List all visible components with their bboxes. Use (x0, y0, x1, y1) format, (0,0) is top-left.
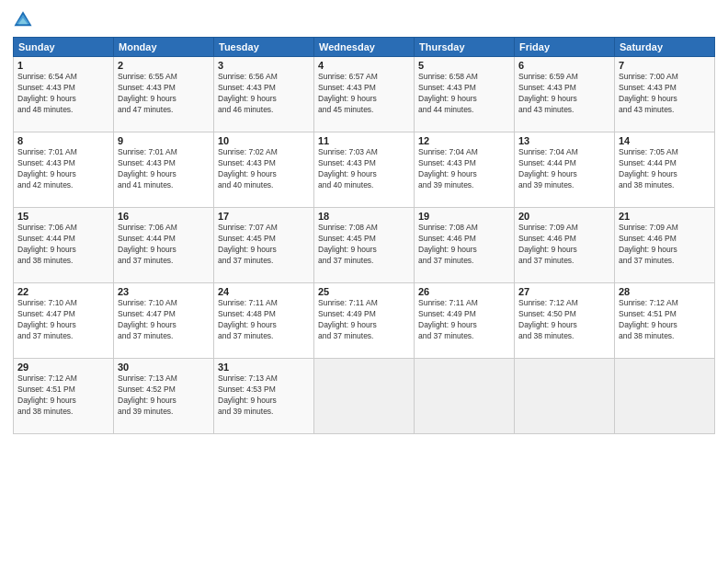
day-header-monday: Monday (114, 38, 214, 57)
day-header-wednesday: Wednesday (314, 38, 415, 57)
calendar-cell: 19 Sunrise: 7:08 AM Sunset: 4:46 PM Dayl… (415, 208, 515, 283)
calendar-container: SundayMondayTuesdayWednesdayThursdayFrid… (0, 0, 728, 563)
day-info: Sunrise: 7:05 AM Sunset: 4:44 PM Dayligh… (619, 147, 711, 191)
week-row-1: 1 Sunrise: 6:54 AM Sunset: 4:43 PM Dayli… (14, 57, 715, 132)
calendar-cell: 5 Sunrise: 6:58 AM Sunset: 4:43 PM Dayli… (415, 57, 515, 132)
calendar-cell: 28 Sunrise: 7:12 AM Sunset: 4:51 PM Dayl… (615, 283, 715, 359)
day-header-sunday: Sunday (14, 38, 114, 57)
day-info: Sunrise: 7:11 AM Sunset: 4:49 PM Dayligh… (318, 298, 410, 342)
day-info: Sunrise: 7:12 AM Sunset: 4:51 PM Dayligh… (17, 373, 109, 418)
calendar-cell: 18 Sunrise: 7:08 AM Sunset: 4:45 PM Dayl… (314, 208, 415, 283)
day-number: 25 (318, 286, 410, 297)
day-info: Sunrise: 7:06 AM Sunset: 4:44 PM Dayligh… (118, 223, 210, 267)
day-number: 14 (619, 135, 711, 146)
day-number: 21 (619, 211, 711, 222)
day-info: Sunrise: 7:01 AM Sunset: 4:43 PM Dayligh… (118, 147, 210, 191)
day-info: Sunrise: 7:10 AM Sunset: 4:47 PM Dayligh… (118, 298, 210, 342)
day-info: Sunrise: 7:08 AM Sunset: 4:46 PM Dayligh… (418, 223, 510, 267)
calendar-cell: 12 Sunrise: 7:04 AM Sunset: 4:43 PM Dayl… (415, 132, 515, 208)
day-info: Sunrise: 7:02 AM Sunset: 4:43 PM Dayligh… (218, 147, 310, 191)
calendar-cell: 21 Sunrise: 7:09 AM Sunset: 4:46 PM Dayl… (615, 208, 715, 283)
calendar-cell: 1 Sunrise: 6:54 AM Sunset: 4:43 PM Dayli… (14, 57, 114, 132)
calendar-cell: 11 Sunrise: 7:03 AM Sunset: 4:43 PM Dayl… (314, 132, 415, 208)
day-number: 6 (518, 60, 610, 71)
day-number: 10 (218, 135, 310, 146)
day-info: Sunrise: 6:58 AM Sunset: 4:43 PM Dayligh… (418, 72, 510, 116)
calendar-cell (515, 359, 615, 434)
day-info: Sunrise: 7:03 AM Sunset: 4:43 PM Dayligh… (318, 147, 410, 191)
day-info: Sunrise: 6:59 AM Sunset: 4:43 PM Dayligh… (518, 72, 610, 116)
day-number: 23 (118, 286, 210, 297)
week-row-4: 22 Sunrise: 7:10 AM Sunset: 4:47 PM Dayl… (14, 283, 715, 359)
day-info: Sunrise: 7:10 AM Sunset: 4:47 PM Dayligh… (17, 298, 109, 342)
calendar-cell: 4 Sunrise: 6:57 AM Sunset: 4:43 PM Dayli… (314, 57, 415, 132)
day-number: 4 (318, 60, 410, 71)
day-number: 15 (17, 211, 109, 222)
day-header-tuesday: Tuesday (214, 38, 314, 57)
day-info: Sunrise: 7:09 AM Sunset: 4:46 PM Dayligh… (619, 223, 711, 267)
day-info: Sunrise: 7:11 AM Sunset: 4:49 PM Dayligh… (418, 298, 510, 342)
day-number: 24 (218, 286, 310, 297)
day-number: 2 (118, 60, 210, 71)
calendar-cell (415, 359, 515, 434)
day-number: 29 (17, 362, 109, 373)
day-number: 5 (418, 60, 510, 71)
header (13, 9, 715, 29)
day-number: 19 (418, 211, 510, 222)
day-number: 31 (218, 362, 310, 373)
calendar-cell: 10 Sunrise: 7:02 AM Sunset: 4:43 PM Dayl… (214, 132, 314, 208)
day-info: Sunrise: 6:54 AM Sunset: 4:43 PM Dayligh… (17, 72, 109, 116)
day-info: Sunrise: 7:12 AM Sunset: 4:50 PM Dayligh… (518, 298, 610, 342)
day-header-thursday: Thursday (415, 38, 515, 57)
week-row-2: 8 Sunrise: 7:01 AM Sunset: 4:43 PM Dayli… (14, 132, 715, 208)
day-info: Sunrise: 7:12 AM Sunset: 4:51 PM Dayligh… (619, 298, 711, 342)
day-info: Sunrise: 6:55 AM Sunset: 4:43 PM Dayligh… (118, 72, 210, 116)
day-number: 13 (518, 135, 610, 146)
day-number: 22 (17, 286, 109, 297)
calendar-cell: 29 Sunrise: 7:12 AM Sunset: 4:51 PM Dayl… (14, 359, 114, 434)
day-info: Sunrise: 7:13 AM Sunset: 4:53 PM Dayligh… (218, 373, 310, 418)
header-row: SundayMondayTuesdayWednesdayThursdayFrid… (14, 38, 715, 57)
day-number: 3 (218, 60, 310, 71)
day-number: 7 (619, 60, 711, 71)
calendar-cell: 14 Sunrise: 7:05 AM Sunset: 4:44 PM Dayl… (615, 132, 715, 208)
day-number: 18 (318, 211, 410, 222)
day-number: 16 (118, 211, 210, 222)
calendar-cell: 3 Sunrise: 6:56 AM Sunset: 4:43 PM Dayli… (214, 57, 314, 132)
week-row-3: 15 Sunrise: 7:06 AM Sunset: 4:44 PM Dayl… (14, 208, 715, 283)
calendar-cell: 31 Sunrise: 7:13 AM Sunset: 4:53 PM Dayl… (214, 359, 314, 434)
calendar-cell: 20 Sunrise: 7:09 AM Sunset: 4:46 PM Dayl… (515, 208, 615, 283)
logo-icon (13, 9, 33, 29)
day-info: Sunrise: 7:13 AM Sunset: 4:52 PM Dayligh… (118, 373, 210, 418)
day-number: 30 (118, 362, 210, 373)
day-number: 1 (17, 60, 109, 71)
calendar-cell: 17 Sunrise: 7:07 AM Sunset: 4:45 PM Dayl… (214, 208, 314, 283)
calendar-cell: 22 Sunrise: 7:10 AM Sunset: 4:47 PM Dayl… (14, 283, 114, 359)
calendar-table: SundayMondayTuesdayWednesdayThursdayFrid… (13, 37, 715, 434)
calendar-cell: 26 Sunrise: 7:11 AM Sunset: 4:49 PM Dayl… (415, 283, 515, 359)
day-info: Sunrise: 6:57 AM Sunset: 4:43 PM Dayligh… (318, 72, 410, 116)
day-info: Sunrise: 7:06 AM Sunset: 4:44 PM Dayligh… (17, 223, 109, 267)
calendar-cell: 24 Sunrise: 7:11 AM Sunset: 4:48 PM Dayl… (214, 283, 314, 359)
day-info: Sunrise: 7:09 AM Sunset: 4:46 PM Dayligh… (518, 223, 610, 267)
day-number: 27 (518, 286, 610, 297)
day-number: 8 (17, 135, 109, 146)
calendar-cell: 13 Sunrise: 7:04 AM Sunset: 4:44 PM Dayl… (515, 132, 615, 208)
calendar-cell: 25 Sunrise: 7:11 AM Sunset: 4:49 PM Dayl… (314, 283, 415, 359)
calendar-cell: 30 Sunrise: 7:13 AM Sunset: 4:52 PM Dayl… (114, 359, 214, 434)
calendar-cell: 15 Sunrise: 7:06 AM Sunset: 4:44 PM Dayl… (14, 208, 114, 283)
day-header-friday: Friday (515, 38, 615, 57)
calendar-cell: 7 Sunrise: 7:00 AM Sunset: 4:43 PM Dayli… (615, 57, 715, 132)
day-info: Sunrise: 7:04 AM Sunset: 4:44 PM Dayligh… (518, 147, 610, 191)
day-info: Sunrise: 7:07 AM Sunset: 4:45 PM Dayligh… (218, 223, 310, 267)
calendar-cell: 27 Sunrise: 7:12 AM Sunset: 4:50 PM Dayl… (515, 283, 615, 359)
day-number: 9 (118, 135, 210, 146)
day-info: Sunrise: 7:08 AM Sunset: 4:45 PM Dayligh… (318, 223, 410, 267)
calendar-cell: 23 Sunrise: 7:10 AM Sunset: 4:47 PM Dayl… (114, 283, 214, 359)
day-info: Sunrise: 7:00 AM Sunset: 4:43 PM Dayligh… (619, 72, 711, 116)
calendar-cell (615, 359, 715, 434)
calendar-cell: 6 Sunrise: 6:59 AM Sunset: 4:43 PM Dayli… (515, 57, 615, 132)
day-header-saturday: Saturday (615, 38, 715, 57)
calendar-cell: 9 Sunrise: 7:01 AM Sunset: 4:43 PM Dayli… (114, 132, 214, 208)
week-row-5: 29 Sunrise: 7:12 AM Sunset: 4:51 PM Dayl… (14, 359, 715, 434)
